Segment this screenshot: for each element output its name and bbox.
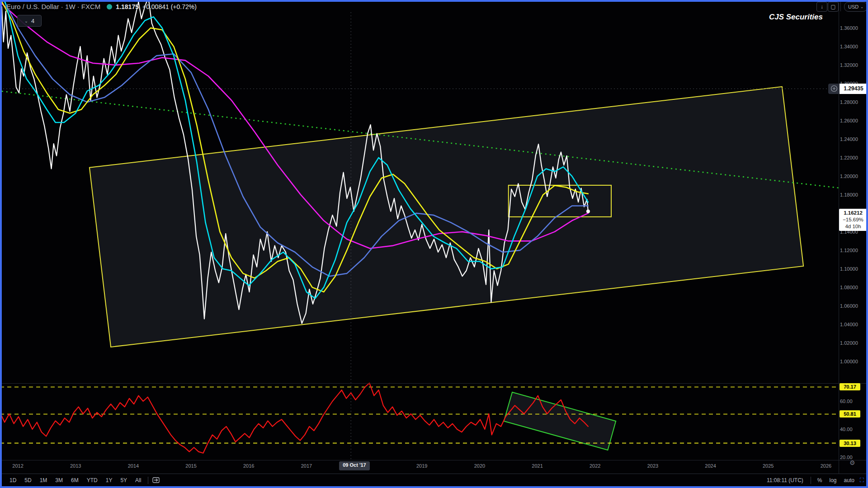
indicators-count: 4 (31, 18, 34, 24)
pane-separator[interactable] (0, 383, 868, 384)
currency-dropdown[interactable]: USD ⌄ (844, 2, 868, 12)
fullscreen-icon: ▢ (830, 4, 835, 10)
range-button-ytd[interactable]: YTD (83, 476, 102, 484)
last-price-label: 1.16212 −15.69% 4d 10h (839, 209, 867, 231)
crosshair-price-group: 1.29435 (828, 84, 868, 94)
goto-date-button[interactable] (151, 476, 161, 484)
range-button-5d[interactable]: 5D (20, 476, 35, 484)
price-scale-label[interactable]: 1.12000 (840, 248, 867, 253)
bottom-toolbar: 1D5D1M3M6MYTD1Y5YAll 11:08:11 (UTC) % lo… (0, 474, 868, 486)
trading-chart-window: Euro / U.S. Dollar · 1W · FXCM 1.18175 +… (0, 0, 868, 488)
gear-icon[interactable]: ⚙ (849, 459, 855, 466)
price-scale-label[interactable]: 1.08000 (840, 285, 867, 290)
maximize-pane-icon[interactable]: ⛶ (860, 477, 863, 484)
last-price-dot (586, 210, 590, 213)
bar-countdown: 4d 10h (839, 223, 867, 230)
fullscreen-button[interactable]: ▢ (828, 2, 839, 12)
price-scale-label[interactable]: 1.00000 (840, 359, 867, 364)
currency-label: USD (848, 4, 859, 9)
last-price-change-pct: −15.69% (839, 216, 867, 223)
price-scale-divider[interactable] (839, 0, 839, 474)
percent-scale-button[interactable]: % (814, 476, 826, 484)
download-button[interactable]: ↓ (816, 2, 827, 12)
broker-watermark: CJS Securities (741, 13, 823, 22)
price-scale-label[interactable]: 1.36000 (840, 25, 867, 31)
price-scale-label[interactable]: 1.32000 (840, 62, 867, 68)
year-label[interactable]: 2015 (183, 463, 199, 469)
download-icon: ↓ (821, 4, 823, 10)
price-scale-label[interactable]: 1.22000 (840, 155, 867, 160)
top-divider (840, 1, 841, 11)
range-button-1d[interactable]: 1D (5, 476, 20, 484)
rsi-level-label: 30.13 (840, 440, 860, 447)
clock[interactable]: 11:08:11 (UTC) (762, 477, 808, 483)
year-label[interactable]: 2019 (414, 463, 430, 469)
year-label[interactable]: 2013 (67, 463, 84, 469)
year-label[interactable]: 2022 (587, 463, 603, 469)
rsi-scale-label[interactable]: 40.00 (840, 427, 867, 432)
last-price-value: 1.16212 (839, 210, 867, 216)
range-button-1y[interactable]: 1Y (102, 476, 117, 484)
toolbar-divider-1 (148, 477, 148, 484)
price-scale-label[interactable]: 1.06000 (840, 303, 867, 309)
price-scale-label[interactable]: 1.18000 (840, 192, 867, 197)
range-button-6m[interactable]: 6M (67, 476, 83, 484)
year-label[interactable]: 2017 (298, 463, 315, 469)
year-label[interactable]: 2016 (241, 463, 257, 469)
year-label[interactable]: 2025 (760, 463, 776, 469)
plus-circle-icon (830, 85, 838, 92)
market-status-icon (107, 4, 112, 9)
price-scale-label[interactable]: 1.34000 (840, 44, 867, 49)
year-label[interactable]: 2024 (703, 463, 719, 469)
price-scale-label[interactable]: 1.02000 (840, 340, 867, 346)
toolbar-right: 11:08:11 (UTC) % log auto ⛶ (762, 476, 863, 484)
range-button-1m[interactable]: 1M (36, 476, 52, 484)
crosshair-price-label: 1.29435 (840, 84, 868, 94)
price-scale-label[interactable]: 1.04000 (840, 322, 867, 327)
rsi-level-label: 70.17 (840, 383, 860, 390)
range-button-3m[interactable]: 3M (51, 476, 67, 484)
year-label[interactable]: 2014 (125, 463, 142, 469)
year-label[interactable]: 2023 (645, 463, 661, 469)
range-button-all[interactable]: All (131, 476, 145, 484)
year-label[interactable]: 2012 (10, 463, 26, 469)
chart-legend[interactable]: Euro / U.S. Dollar · 1W · FXCM 1.18175 +… (6, 3, 197, 10)
legend-price-change: +0.00841 (+0.72%) (142, 3, 197, 10)
time-axis-divider (0, 460, 868, 460)
year-label[interactable]: 2021 (529, 463, 546, 469)
chevron-down-icon: ⌄ (860, 5, 863, 9)
chart-canvas[interactable] (0, 0, 868, 488)
range-button-5y[interactable]: 5Y (116, 476, 131, 484)
crosshair-date-label: 09 Oct '17 (339, 461, 370, 470)
year-label[interactable]: 2026 (818, 463, 834, 469)
rsi-scale-label[interactable]: 60.00 (840, 399, 867, 404)
chevron-down-icon: ⌄ (24, 19, 28, 23)
auto-scale-button[interactable]: auto (840, 476, 858, 484)
symbol-title[interactable]: Euro / U.S. Dollar · 1W · FXCM (6, 3, 100, 10)
price-scale-label[interactable]: 1.28000 (840, 99, 867, 105)
price-scale-label[interactable]: 1.20000 (840, 174, 867, 179)
legend-last-price: 1.18175 (116, 3, 139, 10)
toolbar-divider-2 (811, 477, 811, 484)
rsi-level-label: 50.81 (840, 410, 860, 418)
calendar-arrow-icon (152, 477, 160, 483)
series-rsi[interactable] (0, 383, 588, 453)
indicators-collapse-button[interactable]: ⌄ 4 (17, 15, 42, 27)
add-alert-button[interactable] (828, 84, 840, 94)
year-label[interactable]: 2020 (472, 463, 488, 469)
price-scale-label[interactable]: 1.26000 (840, 118, 867, 123)
log-scale-button[interactable]: log (826, 476, 840, 484)
range-buttons: 1D5D1M3M6MYTD1Y5YAll (5, 476, 145, 484)
price-scale-label[interactable]: 1.10000 (840, 266, 867, 272)
price-scale-label[interactable]: 1.24000 (840, 136, 867, 142)
